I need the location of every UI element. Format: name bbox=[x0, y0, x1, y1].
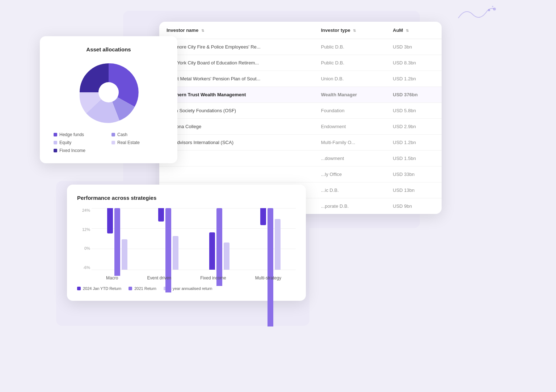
y-axis-labels: 24% 12% 0% -6% bbox=[77, 208, 90, 270]
x-label-event: Event driven bbox=[147, 275, 172, 281]
table-row[interactable]: Sheet Metal Workers' Pension Plan of Sou… bbox=[159, 71, 442, 87]
sort-icon-name: ⇅ bbox=[201, 29, 204, 33]
y-label-12: 12% bbox=[77, 227, 90, 232]
col-investor-name[interactable]: Investor name ⇅ bbox=[159, 22, 314, 39]
table-row[interactable]: ...ly OfficeUSD 33bn bbox=[159, 167, 442, 182]
col-investor-type[interactable]: Investor type ⇅ bbox=[314, 22, 386, 39]
legend-label: Equity bbox=[59, 140, 71, 145]
cell-investor-type: ...porate D.B. bbox=[314, 198, 386, 214]
asset-card-title: Asset allocations bbox=[50, 46, 167, 52]
bar bbox=[260, 208, 266, 225]
bar bbox=[209, 232, 215, 270]
cell-aum: USD 8.3bn bbox=[386, 55, 442, 71]
cell-investor-name bbox=[159, 167, 314, 182]
perf-card-title: Performance across strategies bbox=[77, 195, 296, 201]
cell-investor-type: Endowment bbox=[314, 119, 386, 135]
cell-aum: USD 3bn bbox=[386, 39, 442, 55]
cell-investor-name: Open Society Foundations (OSF) bbox=[159, 103, 314, 119]
asset-allocation-card: Asset allocations Hedge fundsCashEquityR… bbox=[40, 36, 177, 163]
cell-aum: USD 33bn bbox=[386, 167, 442, 182]
col-label-aum: AuM bbox=[393, 28, 403, 33]
cell-investor-type: ...ic D.B. bbox=[314, 182, 386, 198]
table-row[interactable]: Open Society Foundations (OSF)Foundation… bbox=[159, 103, 442, 119]
bar bbox=[107, 208, 113, 233]
legend-item: Hedge funds bbox=[54, 132, 106, 137]
y-label-neg6: -6% bbox=[77, 265, 90, 270]
cell-investor-name: New York City Board of Education Retirem… bbox=[159, 55, 314, 71]
table-row[interactable]: Northern Trust Wealth ManagementWealth M… bbox=[159, 87, 442, 103]
x-label-fixed: Fixed income bbox=[200, 275, 226, 281]
cell-investor-type: Union D.B. bbox=[314, 71, 386, 87]
chart-legend-label: 3 year annualised return bbox=[169, 286, 212, 291]
bar bbox=[173, 236, 178, 270]
legend-label: Hedge funds bbox=[59, 132, 84, 137]
legend-color-dot bbox=[54, 133, 57, 136]
svg-point-3 bbox=[98, 82, 119, 102]
col-aum[interactable]: AuM ⇅ bbox=[386, 22, 442, 39]
sort-icon-aum: ⇅ bbox=[406, 29, 409, 33]
cell-investor-type: ...dowment bbox=[314, 151, 386, 167]
chart-legend-label: 2021 Return bbox=[134, 286, 156, 291]
legend-color-dot bbox=[54, 141, 57, 144]
legend-item: Real Estate bbox=[111, 140, 164, 145]
bar bbox=[268, 208, 273, 326]
cell-investor-name bbox=[159, 151, 314, 167]
bar-group bbox=[209, 208, 229, 270]
legend-item: Equity bbox=[54, 140, 106, 145]
table-row[interactable]: ...dowmentUSD 1.5bn bbox=[159, 151, 442, 167]
chart-legend-dot bbox=[129, 287, 132, 290]
x-label-multi: Multi-strategy bbox=[255, 275, 281, 281]
chart-bars-container bbox=[92, 208, 296, 270]
chart-legend-dot bbox=[77, 287, 81, 290]
bar bbox=[216, 208, 222, 286]
cell-investor-name: Baltimore City Fire & Police Employees' … bbox=[159, 39, 314, 55]
performance-chart: 24% 12% 0% -6% Macro Event driven Fixed … bbox=[77, 208, 296, 281]
performance-card: Performance across strategies 24% 12% 0%… bbox=[67, 185, 306, 301]
table-row[interactable]: Pomona CollegeEndowmentUSD 2.9bn bbox=[159, 119, 442, 135]
legend-label: Fixed Income bbox=[59, 148, 85, 153]
legend-color-dot bbox=[111, 133, 115, 136]
legend-item: Cash bbox=[111, 132, 164, 137]
legend-label: Real Estate bbox=[117, 140, 140, 145]
chart-legend-label: 2024 Jan YTD Return bbox=[83, 286, 121, 291]
table-row[interactable]: New York City Board of Education Retirem… bbox=[159, 55, 442, 71]
cell-aum: USD 1.5bn bbox=[386, 151, 442, 167]
pie-chart-container bbox=[50, 60, 167, 125]
svg-point-1 bbox=[493, 8, 496, 10]
cell-investor-name: Sheet Metal Workers' Pension Plan of Sou… bbox=[159, 71, 314, 87]
bar-group bbox=[107, 208, 127, 270]
cell-investor-type: Foundation bbox=[314, 103, 386, 119]
cell-investor-name: Northern Trust Wealth Management bbox=[159, 87, 314, 103]
y-label-24: 24% bbox=[77, 208, 90, 212]
pie-chart bbox=[76, 60, 141, 125]
cell-investor-type: Wealth Manager bbox=[314, 87, 386, 103]
x-axis-labels: Macro Event driven Fixed income Multi-st… bbox=[92, 275, 296, 281]
asset-legend: Hedge fundsCashEquityReal EstateFixed In… bbox=[50, 132, 167, 153]
cell-aum: USD 5.8bn bbox=[386, 103, 442, 119]
cell-investor-type: Multi-Family O... bbox=[314, 135, 386, 151]
cell-aum: USD 9bn bbox=[386, 198, 442, 214]
cell-aum: USD 13bn bbox=[386, 182, 442, 198]
bar-group bbox=[158, 208, 178, 270]
bar bbox=[224, 243, 229, 270]
cell-aum: USD 376bn bbox=[386, 87, 442, 103]
bar bbox=[275, 219, 281, 270]
table-row[interactable]: SC Advisors International (SCA)Multi-Fam… bbox=[159, 135, 442, 151]
chart-legend-item: 2021 Return bbox=[129, 286, 156, 291]
grid-line-bottom bbox=[92, 270, 296, 270]
cell-aum: USD 1.2bn bbox=[386, 71, 442, 87]
cell-investor-name: SC Advisors International (SCA) bbox=[159, 135, 314, 151]
x-label-macro: Macro bbox=[106, 275, 118, 281]
bar bbox=[122, 239, 127, 270]
cell-investor-type: Public D.B. bbox=[314, 39, 386, 55]
table-row[interactable]: Baltimore City Fire & Police Employees' … bbox=[159, 39, 442, 55]
svg-point-2 bbox=[492, 6, 493, 7]
squiggle-decoration bbox=[455, 4, 498, 25]
bar bbox=[158, 208, 164, 222]
cell-aum: USD 2.9bn bbox=[386, 119, 442, 135]
bar-group bbox=[260, 208, 281, 270]
svg-point-0 bbox=[488, 9, 490, 11]
cell-investor-type: ...ly Office bbox=[314, 167, 386, 182]
cell-investor-type: Public D.B. bbox=[314, 55, 386, 71]
col-label-investor-type: Investor type bbox=[321, 28, 350, 33]
